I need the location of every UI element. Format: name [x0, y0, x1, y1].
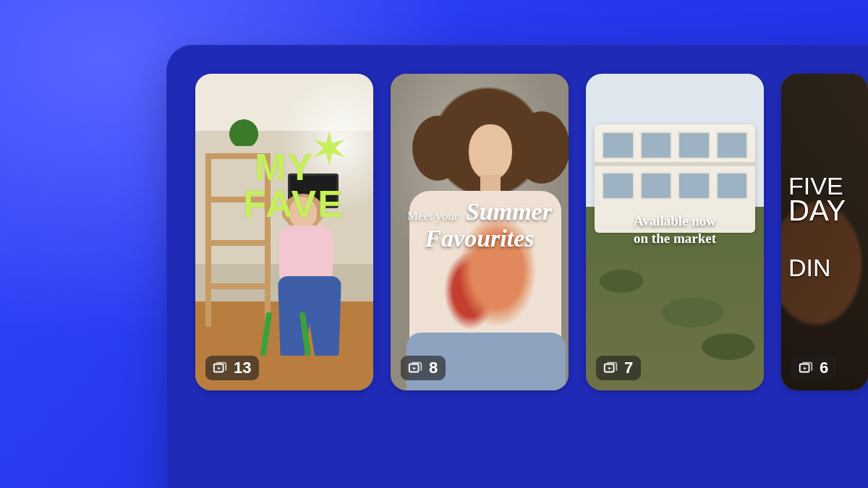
video-count-badge: 7 [596, 356, 641, 380]
template-card[interactable]: Meet your Summer Favourites 8 [391, 74, 569, 390]
card-thumbnail [195, 74, 373, 390]
video-count: 7 [624, 360, 633, 376]
video-stack-icon [798, 360, 814, 376]
video-stack-icon [603, 360, 618, 376]
video-count: 13 [234, 360, 251, 376]
video-count-badge: 13 [205, 356, 259, 380]
template-card[interactable]: Available now on the market 7 [586, 74, 764, 390]
sparkle-icon [310, 129, 349, 168]
template-card[interactable]: FIVE DAY DIN 6 [781, 74, 868, 390]
template-card[interactable]: MY FAVE 13 [195, 74, 373, 390]
video-count: 6 [820, 360, 828, 376]
stage: MY FAVE 13 [0, 0, 868, 488]
video-count-badge: 6 [791, 356, 836, 380]
video-stack-icon [212, 360, 228, 376]
video-count-badge: 8 [401, 356, 446, 380]
video-count: 8 [429, 360, 438, 376]
video-stack-icon [407, 360, 423, 376]
template-carousel[interactable]: MY FAVE 13 [195, 74, 868, 390]
card-thumbnail [391, 74, 569, 390]
carousel-panel: MY FAVE 13 [166, 45, 868, 488]
card-thumbnail [586, 74, 764, 390]
card-thumbnail [781, 74, 868, 390]
